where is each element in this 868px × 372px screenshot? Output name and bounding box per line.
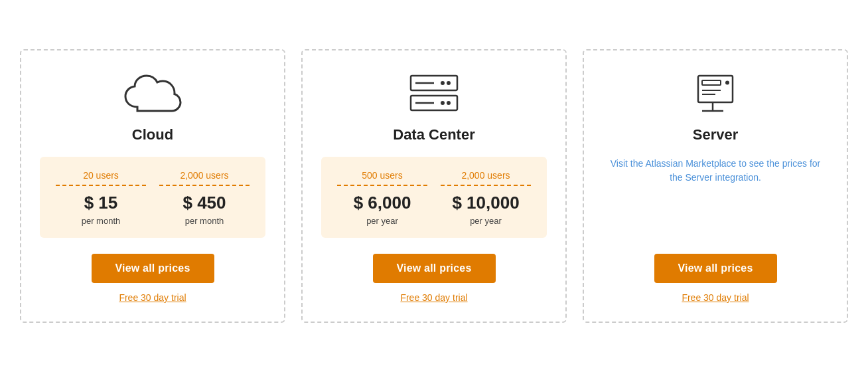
tier-users: 2,000 users — [159, 170, 250, 186]
price-tier: 2,000 users $ 450 per month — [159, 170, 250, 226]
svg-rect-9 — [702, 80, 721, 85]
svg-point-10 — [725, 80, 729, 84]
free-trial-link[interactable]: Free 30 day trial — [400, 292, 467, 303]
tier-period: per year — [366, 216, 398, 226]
tier-period: per month — [82, 216, 121, 226]
price-tier: 20 users $ 15 per month — [56, 170, 146, 226]
tier-users: 500 users — [337, 170, 427, 186]
server-icon — [689, 70, 742, 117]
view-all-prices-button[interactable]: View all prices — [373, 254, 496, 283]
price-tier: 2,000 users $ 10,000 per year — [441, 170, 531, 226]
svg-point-1 — [447, 81, 451, 85]
tier-price: $ 6,000 — [354, 193, 411, 213]
tier-price: $ 450 — [182, 193, 226, 213]
pricing-box: 20 users $ 15 per month 2,000 users $ 45… — [40, 157, 265, 238]
view-all-prices-button[interactable]: View all prices — [654, 254, 777, 283]
pricing-cards: Cloud 20 users $ 15 per month 2,000 user… — [16, 49, 852, 323]
card-server: ServerVisit the Atlassian Marketplace to… — [583, 49, 848, 323]
svg-point-6 — [441, 101, 445, 105]
svg-point-5 — [447, 101, 451, 105]
tier-period: per year — [470, 216, 502, 226]
tier-price: $ 10,000 — [452, 193, 519, 213]
tier-period: per month — [185, 216, 224, 226]
card-title: Server — [693, 126, 739, 143]
card-cloud: Cloud 20 users $ 15 per month 2,000 user… — [20, 49, 285, 323]
tier-users: 2,000 users — [441, 170, 531, 186]
tier-price: $ 15 — [84, 193, 118, 213]
svg-point-2 — [441, 81, 445, 85]
free-trial-link[interactable]: Free 30 day trial — [119, 292, 186, 303]
server-note: Visit the Atlassian Marketplace to see t… — [603, 157, 828, 185]
tier-users: 20 users — [56, 170, 146, 186]
cloud-icon — [123, 70, 182, 117]
pricing-box: 500 users $ 6,000 per year 2,000 users $… — [321, 157, 547, 238]
view-all-prices-button[interactable]: View all prices — [92, 254, 214, 283]
price-tier: 500 users $ 6,000 per year — [337, 170, 427, 226]
free-trial-link[interactable]: Free 30 day trial — [682, 292, 749, 303]
card-title: Cloud — [132, 126, 173, 143]
data-center-icon — [407, 70, 461, 117]
card-data-center: Data Center 500 users $ 6,000 per year 2… — [301, 49, 567, 323]
card-title: Data Center — [393, 126, 474, 143]
